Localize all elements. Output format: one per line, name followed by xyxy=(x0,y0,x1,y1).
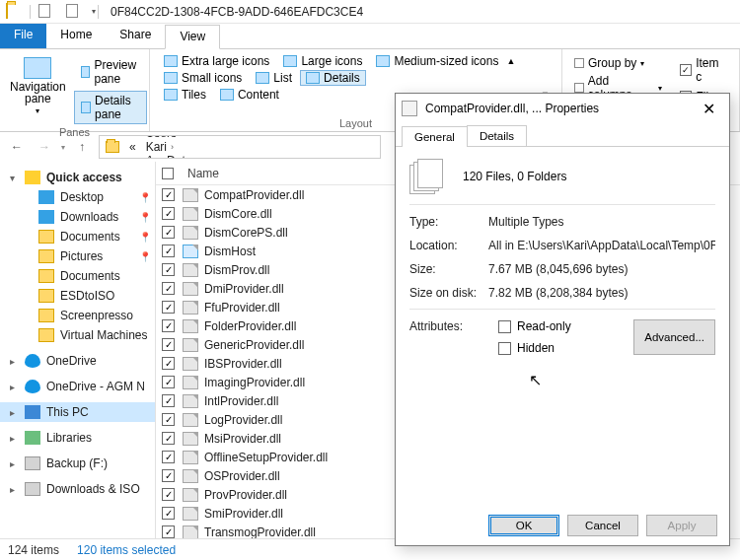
sidebar-item[interactable]: ▸This PC xyxy=(0,402,155,422)
sidebar-item-label: Documents xyxy=(60,269,120,283)
close-button[interactable]: ✕ xyxy=(694,98,723,119)
breadcrumb[interactable]: « User Profiles (E:) ›Users ›Kari ›AppDa… xyxy=(99,135,381,159)
file-icon xyxy=(183,319,198,333)
forward-button[interactable]: → xyxy=(34,136,55,158)
layout-content[interactable]: Content xyxy=(214,87,285,103)
sidebar-item[interactable]: ESDtoISO xyxy=(0,286,155,306)
sidebar-item[interactable]: Virtual Machines xyxy=(0,325,155,345)
sidebar-item-label: This PC xyxy=(46,405,89,419)
qat-dropdown-icon[interactable]: ▾ xyxy=(92,7,96,16)
row-checkbox[interactable]: ✓ xyxy=(162,357,175,370)
sidebar-item-icon xyxy=(38,210,54,224)
sidebar-item[interactable]: Documents📍 xyxy=(0,227,155,246)
row-checkbox[interactable]: ✓ xyxy=(162,207,175,220)
tab-general[interactable]: General xyxy=(402,126,468,147)
select-all-checkbox[interactable] xyxy=(162,168,174,179)
group-by-button[interactable]: Group by▾ xyxy=(570,55,666,71)
sidebar-item[interactable]: Screenpresso xyxy=(0,306,155,325)
sidebar-item[interactable]: ▸Downloads & ISO xyxy=(0,479,155,499)
file-icon xyxy=(183,263,198,277)
file-icon xyxy=(183,226,198,240)
layout-medium[interactable]: Medium-sized icons xyxy=(370,53,504,69)
layout-extra-large[interactable]: Extra large icons xyxy=(158,53,275,69)
layout-details[interactable]: Details xyxy=(300,70,366,86)
row-checkbox[interactable]: ✓ xyxy=(162,301,175,314)
row-checkbox[interactable]: ✓ xyxy=(162,263,175,276)
readonly-checkbox[interactable]: Read-only xyxy=(498,319,624,333)
history-dropdown-icon[interactable]: ▾ xyxy=(61,143,65,152)
row-checkbox[interactable]: ✓ xyxy=(162,376,175,388)
row-checkbox[interactable]: ✓ xyxy=(162,525,175,538)
sidebar-item[interactable]: Downloads📍 xyxy=(0,207,155,227)
sidebar-item-icon xyxy=(25,456,40,470)
file-icon xyxy=(183,413,198,427)
ok-button[interactable]: OK xyxy=(488,515,559,536)
sidebar-item[interactable]: Desktop📍 xyxy=(0,187,155,207)
layout-small[interactable]: Small icons xyxy=(158,70,248,86)
advanced-button[interactable]: Advanced... xyxy=(633,319,715,355)
tab-view[interactable]: View xyxy=(165,25,220,49)
sidebar-item-label: OneDrive - AGM N xyxy=(46,380,145,393)
file-name: CompatProvider.dll xyxy=(204,188,304,202)
sidebar-item[interactable]: ▸OneDrive xyxy=(0,351,155,371)
sidebar-item[interactable]: ▸OneDrive - AGM N xyxy=(0,377,155,396)
row-checkbox[interactable]: ✓ xyxy=(162,226,175,239)
row-checkbox[interactable]: ✓ xyxy=(162,432,175,445)
row-checkbox[interactable]: ✓ xyxy=(162,451,175,463)
sidebar-item-label: Downloads xyxy=(60,210,118,224)
nav-pane-button[interactable]: Navigation pane ▾ xyxy=(8,53,68,124)
tab-file[interactable]: File xyxy=(0,24,46,48)
cancel-button[interactable]: Cancel xyxy=(567,515,638,536)
details-pane-button[interactable]: Details pane xyxy=(74,91,148,124)
quick-access-icon-1[interactable] xyxy=(38,4,54,20)
sidebar-item-icon xyxy=(38,249,54,263)
row-checkbox[interactable]: ✓ xyxy=(162,413,175,426)
prop-type: Multiple Types xyxy=(488,215,715,229)
row-checkbox[interactable]: ✓ xyxy=(162,319,175,332)
file-icon xyxy=(183,282,198,296)
file-stack-icon xyxy=(409,159,449,194)
sidebar-item[interactable]: ▾Quick access xyxy=(0,168,155,187)
tab-home[interactable]: Home xyxy=(46,24,106,48)
quick-access-icon-2[interactable] xyxy=(66,4,82,20)
document-icon xyxy=(402,101,417,116)
column-name[interactable]: Name xyxy=(184,167,219,180)
row-checkbox[interactable]: ✓ xyxy=(162,188,175,201)
sidebar-item-label: OneDrive xyxy=(46,354,97,368)
file-name: OfflineSetupProvider.dll xyxy=(204,451,328,464)
row-checkbox[interactable]: ✓ xyxy=(162,245,175,257)
file-icon xyxy=(183,488,198,502)
layout-tiles[interactable]: Tiles xyxy=(158,87,212,103)
breadcrumb-overflow-icon[interactable]: « xyxy=(123,140,140,154)
sidebar-item[interactable]: ▸Libraries xyxy=(0,428,155,448)
layout-list[interactable]: List xyxy=(250,70,298,86)
back-button[interactable]: ← xyxy=(6,136,28,158)
item-checkboxes-toggle[interactable]: ✓Item c xyxy=(676,55,731,85)
up-button[interactable]: ↑ xyxy=(71,136,93,158)
hidden-checkbox[interactable]: Hidden xyxy=(498,341,624,355)
sidebar-item-icon xyxy=(38,309,54,322)
file-name: LogProvider.dll xyxy=(204,413,282,427)
row-checkbox[interactable]: ✓ xyxy=(162,507,175,520)
folder-icon xyxy=(6,4,22,20)
row-checkbox[interactable]: ✓ xyxy=(162,469,175,482)
file-icon xyxy=(183,301,198,315)
row-checkbox[interactable]: ✓ xyxy=(162,488,175,501)
row-checkbox[interactable]: ✓ xyxy=(162,394,175,407)
sidebar-item-label: Desktop xyxy=(60,190,104,204)
breadcrumb-segment[interactable]: Kari › xyxy=(140,140,247,154)
tab-details[interactable]: Details xyxy=(467,125,527,146)
file-name: ProvProvider.dll xyxy=(204,488,287,502)
sidebar-item[interactable]: Documents xyxy=(0,266,155,286)
sidebar-item[interactable]: ▸Backup (F:) xyxy=(0,454,155,473)
breadcrumb-segment[interactable]: AppData › xyxy=(140,154,247,159)
file-icon xyxy=(183,338,198,352)
preview-pane-button[interactable]: Preview pane xyxy=(74,55,148,89)
tab-share[interactable]: Share xyxy=(106,24,165,48)
layout-large[interactable]: Large icons xyxy=(277,53,368,69)
sidebar-item[interactable]: Pictures📍 xyxy=(0,246,155,266)
row-checkbox[interactable]: ✓ xyxy=(162,338,175,351)
row-checkbox[interactable]: ✓ xyxy=(162,282,175,295)
apply-button[interactable]: Apply xyxy=(646,515,717,536)
sidebar-item-icon xyxy=(25,171,40,184)
